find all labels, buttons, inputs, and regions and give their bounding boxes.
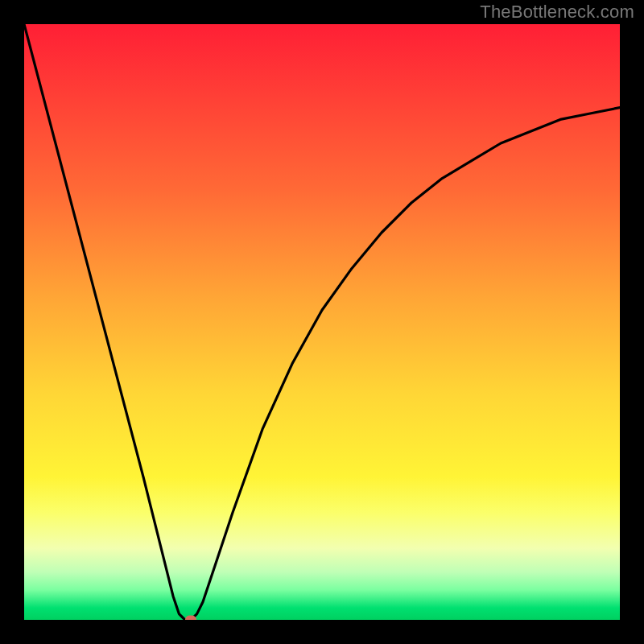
watermark-label: TheBottleneck.com: [480, 2, 634, 23]
optimal-marker: [185, 616, 196, 621]
bottleneck-curve: [24, 24, 620, 620]
chart-container: TheBottleneck.com: [0, 0, 644, 644]
plot-area: [24, 24, 620, 620]
